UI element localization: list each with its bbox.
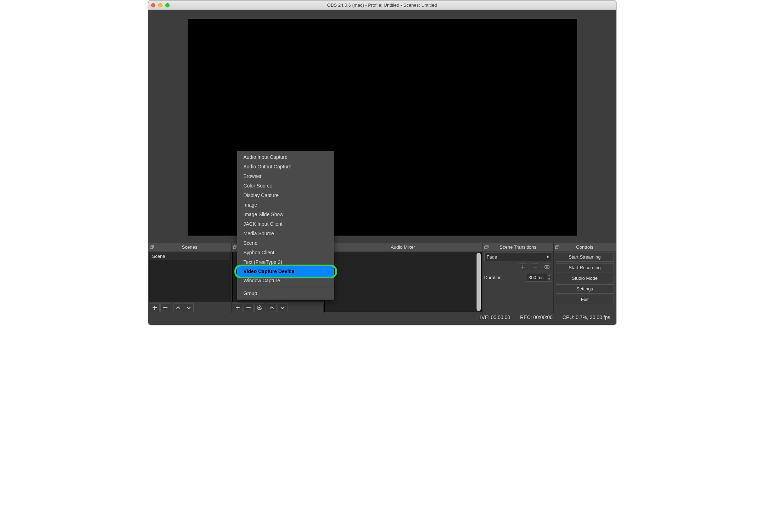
controls-dock-title: Controls — [576, 244, 593, 250]
add-source-menu-item[interactable]: Display Capture — [237, 191, 334, 200]
transition-properties-button[interactable] — [543, 263, 551, 271]
transitions-body: Fade ▲▼ Duration 300 ms ▲▼ — [483, 251, 553, 282]
add-source-menu: Audio Input CaptureAudio Output CaptureB… — [237, 151, 334, 300]
add-source-menu-item[interactable]: Window Capture — [237, 276, 334, 285]
move-scene-down-button[interactable] — [184, 303, 194, 312]
popout-icon[interactable] — [484, 245, 489, 249]
add-source-menu-item[interactable]: Image Slide Show — [237, 210, 334, 219]
duration-label: Duration — [484, 275, 502, 280]
mixer-dock: Audio Mixer — [324, 243, 483, 313]
preview-area — [148, 10, 616, 243]
transitions-dock-header: Scene Transitions — [483, 243, 553, 251]
remove-scene-button[interactable] — [160, 303, 170, 312]
svg-rect-1 — [233, 246, 236, 249]
scenes-dock: Scenes Scene — [148, 243, 232, 313]
mixer-dock-header: Audio Mixer — [324, 243, 483, 251]
svg-rect-0 — [150, 246, 153, 249]
titlebar: OBS 24.0.6 (mac) - Profile: Untitled - S… — [148, 1, 616, 10]
add-source-menu-item[interactable]: Media Source — [237, 229, 334, 238]
status-rec: REC: 00:00:00 — [520, 314, 553, 320]
transition-select-value: Fade — [487, 254, 497, 260]
add-source-menu-item[interactable]: Audio Output Capture — [237, 162, 334, 172]
window-title: OBS 24.0.6 (mac) - Profile: Untitled - S… — [148, 2, 616, 8]
popout-icon[interactable] — [233, 245, 237, 249]
add-source-menu-item[interactable]: Color Source — [237, 181, 334, 191]
status-cpu: CPU: 0.7%, 30.00 fps — [563, 314, 610, 320]
add-source-menu-item[interactable]: Text (FreeType 2) — [237, 258, 334, 267]
add-transition-button[interactable] — [519, 263, 527, 271]
controls-body: Start Streaming Start Recording Studio M… — [554, 252, 615, 312]
move-scene-up-button[interactable] — [173, 303, 183, 312]
duration-value: 300 ms — [529, 275, 544, 280]
settings-button[interactable]: Settings — [556, 284, 614, 294]
add-source-menu-item[interactable]: Group — [237, 289, 334, 298]
mixer-body — [324, 252, 482, 312]
svg-point-5 — [546, 266, 548, 268]
svg-point-2 — [258, 307, 260, 308]
scenes-dock-header: Scenes — [148, 243, 231, 251]
source-properties-button[interactable] — [254, 303, 264, 312]
add-source-menu-item[interactable]: Browser — [237, 172, 334, 181]
add-source-menu-item[interactable]: Syphon Client — [237, 248, 334, 258]
popout-icon[interactable] — [555, 245, 559, 249]
popout-icon[interactable] — [150, 245, 154, 249]
add-source-menu-item[interactable]: Scene — [237, 238, 334, 248]
controls-dock: Controls Start Streaming Start Recording… — [554, 243, 616, 313]
start-recording-button[interactable]: Start Recording — [556, 263, 614, 272]
remove-source-button[interactable] — [244, 303, 253, 312]
status-bar: LIVE: 00:00:00 REC: 00:00:00 CPU: 0.7%, … — [148, 313, 616, 322]
exit-button[interactable]: Exit — [556, 295, 614, 304]
add-source-menu-item[interactable]: Image — [237, 200, 334, 210]
chevron-updown-icon: ▲▼ — [547, 255, 549, 259]
spin-controls[interactable]: ▲▼ — [547, 273, 552, 281]
svg-rect-4 — [485, 246, 487, 249]
transitions-dock: Scene Transitions Fade ▲▼ Duration 300 m… — [483, 243, 554, 313]
controls-dock-header: Controls — [554, 243, 616, 251]
mixer-scrollbar[interactable] — [477, 253, 481, 311]
add-source-menu-item[interactable]: JACK Input Client — [237, 219, 334, 229]
sources-toolbar — [232, 303, 323, 313]
duration-field[interactable]: 300 ms ▲▼ — [526, 273, 552, 282]
add-source-menu-item-highlighted[interactable]: Video Capture Device — [237, 266, 334, 277]
add-scene-button[interactable] — [150, 303, 160, 312]
scene-item[interactable]: Scene — [149, 252, 230, 260]
remove-transition-button[interactable] — [531, 263, 539, 271]
scenes-list[interactable]: Scene — [149, 252, 230, 302]
menu-separator — [237, 287, 334, 287]
transition-select[interactable]: Fade ▲▼ — [484, 253, 552, 261]
status-live: LIVE: 00:00:00 — [477, 314, 510, 320]
docks-row: Scenes Scene Sources — [148, 243, 616, 313]
move-source-up-button[interactable] — [267, 303, 277, 312]
scenes-toolbar — [148, 303, 231, 313]
transitions-dock-title: Scene Transitions — [500, 244, 536, 250]
start-streaming-button[interactable]: Start Streaming — [556, 253, 614, 262]
svg-rect-6 — [555, 246, 558, 249]
add-source-button[interactable] — [233, 303, 243, 312]
obs-window: OBS 24.0.6 (mac) - Profile: Untitled - S… — [148, 0, 617, 325]
mixer-dock-title: Audio Mixer — [391, 244, 415, 250]
studio-mode-button[interactable]: Studio Mode — [556, 274, 614, 283]
move-source-down-button[interactable] — [278, 303, 287, 312]
scenes-dock-title: Scenes — [182, 244, 197, 250]
add-source-menu-item[interactable]: Audio Input Capture — [237, 152, 334, 162]
